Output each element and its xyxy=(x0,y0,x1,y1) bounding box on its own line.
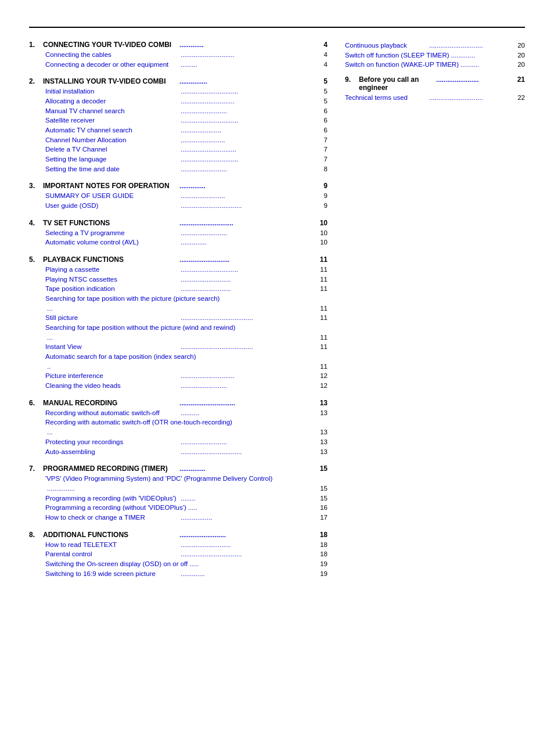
list-item: Programming a recording (without 'VIDEOP… xyxy=(29,503,328,513)
section-number: 3. xyxy=(29,182,43,190)
toc-section: 3.IMPORTANT NOTES FOR OPERATION.........… xyxy=(29,182,328,210)
section-title: Before you call an engineer xyxy=(359,75,434,92)
list-item: Selecting a TV programme................… xyxy=(29,228,328,238)
list-item: Automatic search for a tape position (in… xyxy=(29,352,328,371)
list-item: Manual TV channel search................… xyxy=(29,106,328,116)
list-item: Automatic volume control (AVL)..........… xyxy=(29,237,328,247)
list-item: Protecting your recordings..............… xyxy=(29,437,328,447)
list-item: Satellite receiver......................… xyxy=(29,116,328,125)
section-number: 5. xyxy=(29,255,43,264)
section-title: INSTALLING YOUR TV-VIDEO COMBI xyxy=(43,77,178,85)
list-item: Searching for tape position without the … xyxy=(29,323,328,342)
list-item: Instant View............................… xyxy=(29,342,328,352)
section-page: 21 xyxy=(513,75,525,84)
toc-section: 8.ADDITIONAL FUNCTIONS..................… xyxy=(29,531,328,579)
list-item: 'VPS' (Video Programming System) and 'PD… xyxy=(29,474,328,493)
list-item: Channel Number Allocation...............… xyxy=(29,135,328,145)
section-number: 8. xyxy=(29,531,43,539)
list-item: Delete a TV Channel.....................… xyxy=(29,145,328,154)
section-title: PROGRAMMED RECORDING (TIMER) xyxy=(43,465,178,473)
list-item: How to read TELETEXT....................… xyxy=(29,540,328,550)
toc-section: 4.TV SET FUNCTIONS......................… xyxy=(29,219,328,247)
list-item: Switching the On-screen display (OSD) on… xyxy=(29,559,328,569)
section-page: 4 xyxy=(316,41,328,49)
list-item: Setting the time and date...............… xyxy=(29,164,328,174)
list-item: Setting the language....................… xyxy=(29,154,328,164)
list-item: Playing NTSC cassettes..................… xyxy=(29,275,328,285)
list-item: Playing a cassette......................… xyxy=(29,265,328,275)
list-item: Picture interference....................… xyxy=(29,371,328,381)
list-item: Automatic TV channel search.............… xyxy=(29,125,328,135)
list-item: Switching to 16:9 wide screen picture...… xyxy=(29,569,328,579)
list-item: How to check or change a TIMER..........… xyxy=(29,513,328,523)
title-divider xyxy=(29,27,525,28)
section-page: 11 xyxy=(316,255,328,264)
section-title: CONNECTING YOUR TV-VIDEO COMBI xyxy=(43,41,178,49)
list-item: Allocating a decoder....................… xyxy=(29,96,328,106)
right-column: Continuous playback.....................… xyxy=(345,41,525,586)
toc-section: 7.PROGRAMMED RECORDING (TIMER)..........… xyxy=(29,465,328,522)
section-title: ADDITIONAL FUNCTIONS xyxy=(43,531,178,539)
section-number: 1. xyxy=(29,41,43,49)
list-item: Connecting the cables...................… xyxy=(29,50,328,60)
list-item: Switch off function (SLEEP TIMER).......… xyxy=(345,51,525,60)
list-item: User guide (OSD)........................… xyxy=(29,201,328,211)
section-number: 2. xyxy=(29,77,43,85)
list-item: Initial installation....................… xyxy=(29,87,328,96)
toc-section: 1.CONNECTING YOUR TV-VIDEO COMBI........… xyxy=(29,41,328,69)
section-number: 4. xyxy=(29,219,43,227)
list-item: Switch on function (WAKE-UP TIMER)......… xyxy=(345,60,525,70)
section-title: IMPORTANT NOTES FOR OPERATION xyxy=(43,182,178,190)
section-page: 5 xyxy=(316,77,328,85)
toc-section: 6.MANUAL RECORDING......................… xyxy=(29,399,328,456)
list-item: Still picture...........................… xyxy=(29,313,328,323)
left-column: 1.CONNECTING YOUR TV-VIDEO COMBI........… xyxy=(29,41,328,586)
section-title: TV SET FUNCTIONS xyxy=(43,219,178,227)
toc-section: 5.PLAYBACK FUNCTIONS....................… xyxy=(29,255,328,391)
section-page: 18 xyxy=(316,531,328,539)
section-page: 9 xyxy=(316,182,328,190)
contents-layout: 1.CONNECTING YOUR TV-VIDEO COMBI........… xyxy=(29,41,525,586)
section-number: 9. xyxy=(345,75,359,84)
list-item: SUMMARY OF USER GUIDE...................… xyxy=(29,191,328,201)
list-item: Searching for tape position with the pic… xyxy=(29,294,328,313)
section-page: 15 xyxy=(316,465,328,473)
list-item: Recording without automatic switch-off..… xyxy=(29,408,328,418)
section-title: MANUAL RECORDING xyxy=(43,399,178,407)
section-page: 10 xyxy=(316,219,328,227)
list-item: Connecting a decoder or other equipment.… xyxy=(29,60,328,70)
list-item: Technical terms used....................… xyxy=(345,93,525,103)
section-title: PLAYBACK FUNCTIONS xyxy=(43,255,178,264)
toc-right-section: 9.Before you call an engineer...........… xyxy=(345,75,525,103)
section-page: 13 xyxy=(316,399,328,407)
list-item: Recording with automatic switch-off (OTR… xyxy=(29,417,328,437)
toc-section: 2.INSTALLING YOUR TV-VIDEO COMBI........… xyxy=(29,77,328,174)
list-item: Continuous playback.....................… xyxy=(345,41,525,51)
list-item: Cleaning the video heads................… xyxy=(29,381,328,391)
list-item: Programming a recording (with 'VIDEOplus… xyxy=(29,494,328,503)
list-item: Tape position indication................… xyxy=(29,284,328,294)
list-item: Parental control........................… xyxy=(29,549,328,559)
section-number: 6. xyxy=(29,399,43,407)
section-number: 7. xyxy=(29,465,43,473)
list-item: Auto-assembling.........................… xyxy=(29,447,328,457)
toc-right-entries: Continuous playback.....................… xyxy=(345,41,525,70)
